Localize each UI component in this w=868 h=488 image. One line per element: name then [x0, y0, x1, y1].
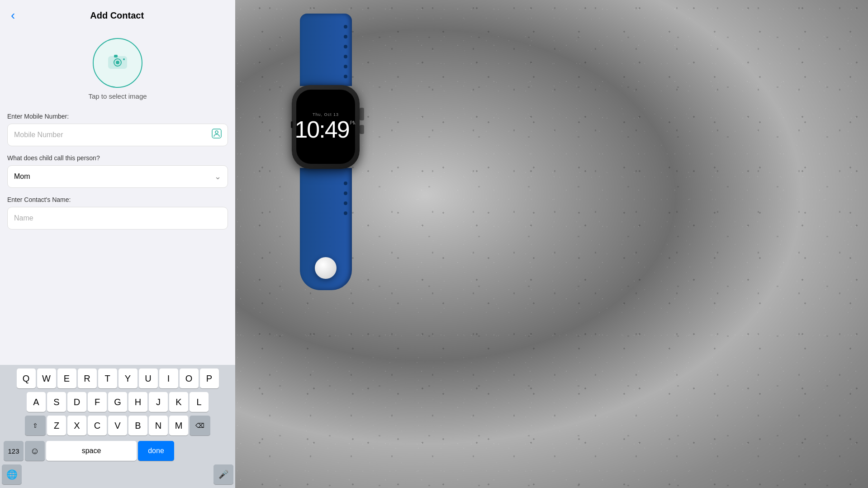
watch-illustration: Thu, Oct 13 10:49 PM — [280, 14, 371, 240]
child-call-dropdown[interactable]: Mom ⌄ — [7, 165, 228, 188]
svg-point-6 — [215, 131, 218, 134]
key-m[interactable]: M — [169, 416, 188, 435]
keyboard-system-row: 🌐 🎤 — [2, 464, 233, 484]
keyboard: Q W E R T Y U I O P A S D F G H J K L ⇧ … — [0, 365, 235, 488]
key-d[interactable]: D — [67, 392, 86, 412]
header: ‹ Add Contact — [0, 0, 235, 29]
contact-name-input-wrapper[interactable] — [7, 207, 228, 230]
form-area: Tap to select image Enter Mobile Number:… — [0, 29, 235, 365]
key-u[interactable]: U — [139, 368, 158, 388]
key-n[interactable]: N — [149, 416, 168, 435]
svg-rect-3 — [114, 55, 118, 57]
space-key[interactable]: space — [46, 441, 137, 461]
key-w[interactable]: W — [37, 368, 56, 388]
key-p[interactable]: P — [200, 368, 219, 388]
mic-key[interactable]: 🎤 — [213, 464, 233, 484]
key-a[interactable]: A — [27, 392, 46, 412]
key-s[interactable]: S — [47, 392, 66, 412]
key-h[interactable]: H — [128, 392, 147, 412]
mobile-number-input[interactable] — [14, 131, 221, 139]
camera-icon — [108, 53, 128, 73]
key-c[interactable]: C — [88, 416, 107, 435]
numbers-key[interactable]: 123 — [4, 441, 24, 461]
page-title: Add Contact — [21, 10, 213, 21]
keyboard-bottom-row: 123 ☺ space done — [2, 439, 233, 464]
contact-name-input[interactable] — [14, 214, 221, 222]
key-t[interactable]: T — [98, 368, 117, 388]
key-e[interactable]: E — [57, 368, 76, 388]
child-call-value: Mom — [14, 172, 30, 181]
image-picker-button[interactable] — [93, 38, 142, 88]
chevron-down-icon: ⌄ — [214, 172, 221, 182]
key-k[interactable]: K — [169, 392, 188, 412]
key-g[interactable]: G — [108, 392, 127, 412]
key-j[interactable]: J — [149, 392, 168, 412]
granite-background: Thu, Oct 13 10:49 PM — [235, 0, 868, 488]
phone-panel: ‹ Add Contact Tap to select image — [0, 0, 235, 488]
key-l[interactable]: L — [190, 392, 209, 412]
key-o[interactable]: O — [180, 368, 199, 388]
back-button[interactable]: ‹ — [9, 7, 17, 24]
backspace-key[interactable]: ⌫ — [190, 416, 210, 435]
key-i[interactable]: I — [159, 368, 178, 388]
keyboard-row-1: Q W E R T Y U I O P — [2, 368, 233, 388]
key-y[interactable]: Y — [119, 368, 138, 388]
key-z[interactable]: Z — [47, 416, 66, 435]
key-f[interactable]: F — [88, 392, 107, 412]
key-x[interactable]: X — [67, 416, 86, 435]
mobile-label: Enter Mobile Number: — [7, 113, 228, 120]
svg-point-4 — [123, 58, 125, 60]
contact-picker-icon[interactable] — [211, 128, 222, 142]
key-r[interactable]: R — [78, 368, 97, 388]
image-picker-section: Tap to select image — [7, 29, 228, 105]
key-b[interactable]: B — [128, 416, 147, 435]
done-key[interactable]: done — [138, 441, 174, 461]
keyboard-row-2: A S D F G H J K L — [2, 392, 233, 412]
child-call-label: What does child call this person? — [7, 154, 228, 162]
globe-key[interactable]: 🌐 — [2, 464, 22, 484]
tap-to-select-label: Tap to select image — [88, 92, 147, 100]
keyboard-row-3: ⇧ Z X C V B N M ⌫ — [2, 416, 233, 435]
mobile-input-wrapper[interactable] — [7, 124, 228, 146]
photo-panel: Thu, Oct 13 10:49 PM — [235, 0, 868, 488]
svg-point-2 — [116, 61, 119, 64]
key-q[interactable]: Q — [17, 368, 36, 388]
shift-key[interactable]: ⇧ — [25, 416, 46, 435]
contact-name-label: Enter Contact's Name: — [7, 196, 228, 203]
key-v[interactable]: V — [108, 416, 127, 435]
emoji-key[interactable]: ☺ — [25, 441, 45, 461]
